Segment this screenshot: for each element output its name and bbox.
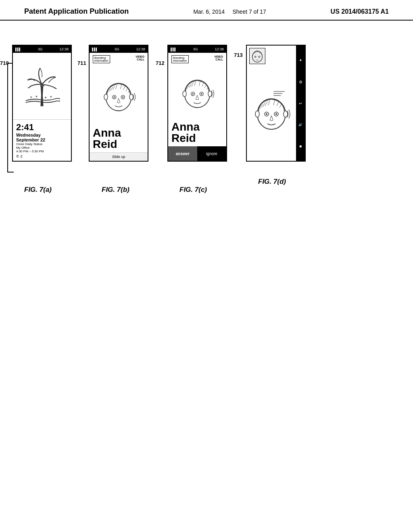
svg-point-18 xyxy=(122,96,124,98)
svg-point-32 xyxy=(192,93,194,95)
ref-712: 712 xyxy=(156,60,165,66)
side-icon-4[interactable]: 🔊 xyxy=(298,123,302,127)
fig-label-7b: FIG. 7(b) xyxy=(102,186,129,194)
lock-count: ✆ 2 xyxy=(16,154,68,158)
time-7b: 12:38 xyxy=(136,47,145,51)
svg-line-14 xyxy=(128,90,129,92)
phone-7c: ▌▌▌ 3G 12:38 Brandinginformation VIDEOCA… xyxy=(167,45,227,162)
answer-ignore-bar: answer ignore xyxy=(168,146,226,161)
slide-up-bar-7b[interactable]: Slide up xyxy=(90,152,148,161)
svg-line-29 xyxy=(206,87,208,89)
fig-7c-wrapper: ▌▌▌ 3G 12:38 Brandinginformation VIDEOCA… xyxy=(167,45,227,162)
fig-label-7d: FIG. 7(d) xyxy=(258,178,286,186)
svg-point-17 xyxy=(113,96,115,98)
time-7a: 12:38 xyxy=(59,47,69,51)
avatar-area-7c xyxy=(171,65,223,121)
svg-line-26 xyxy=(199,81,200,86)
pub-date: Mar. 6, 2014 xyxy=(193,8,225,15)
signal-7a: ▌▌▌ xyxy=(15,48,21,51)
lock-time: 2:41 xyxy=(16,122,68,133)
side-icon-5[interactable]: ■ xyxy=(299,144,302,148)
svg-point-1 xyxy=(42,84,44,86)
svg-line-10 xyxy=(116,85,117,89)
patent-number: US 2014/063175 A1 xyxy=(331,8,389,15)
answer-button[interactable]: answer xyxy=(168,146,197,161)
svg-line-27 xyxy=(202,83,204,87)
svg-point-59 xyxy=(284,111,288,117)
side-controls-7d: ✦ ⚙ ↩ 🔊 ■ xyxy=(296,46,305,161)
svg-line-23 xyxy=(189,84,191,88)
lock-info-7a: 2:41 Wednesday September 22 Close Daily … xyxy=(13,119,71,161)
svg-point-57 xyxy=(275,113,277,115)
svg-line-24 xyxy=(192,82,194,87)
svg-line-28 xyxy=(204,85,206,88)
ignore-button[interactable]: ignore xyxy=(197,146,226,161)
phone-7d: ✦ ⚙ ↩ 🔊 ■ xyxy=(246,45,306,162)
svg-point-34 xyxy=(183,91,186,97)
signal-7b: ▌▌▌ xyxy=(92,48,98,51)
phone-7b: ▌▌▌ 3G 12:38 Brandinginformation VIDEOCA… xyxy=(89,45,148,162)
signal-7c: ▌▌▌ xyxy=(171,48,176,51)
svg-point-4 xyxy=(45,97,46,98)
svg-line-49 xyxy=(265,101,267,106)
page-header: Patent Application Publication Mar. 6, 2… xyxy=(0,0,413,21)
svg-line-53 xyxy=(280,104,282,108)
network-7a: 3G xyxy=(38,47,43,51)
caller-first-name-7b: Anna xyxy=(93,127,144,139)
phone-7d-inner: ✦ ⚙ ↩ 🔊 ■ xyxy=(247,46,305,161)
status-bar-7c: ▌▌▌ 3G 12:38 xyxy=(168,46,226,53)
bracket-bottom-710 xyxy=(7,172,14,172)
side-icon-3[interactable]: ↩ xyxy=(299,101,302,106)
call-type-7b: VIDEOCALL xyxy=(136,55,144,61)
main-caller-avatar-7d xyxy=(251,93,292,133)
svg-line-11 xyxy=(121,85,122,89)
svg-point-2 xyxy=(30,96,32,98)
side-icon-1[interactable]: ✦ xyxy=(299,58,302,62)
svg-point-3 xyxy=(36,96,38,97)
video-call-active xyxy=(247,46,296,161)
wallpaper-7a xyxy=(13,53,71,119)
lock-event-time: 4:30 PM – 5:30 PM xyxy=(16,150,68,153)
phone-7a: ▌▌▌ 3G 12:38 xyxy=(12,45,72,162)
avatar-area-7b xyxy=(93,65,144,127)
fig-7a-wrapper: ▌▌▌ 3G 12:38 xyxy=(12,45,72,162)
palm-tree-illustration xyxy=(24,66,60,106)
self-view-avatar xyxy=(250,48,265,64)
caller-avatar-7c xyxy=(179,75,215,111)
svg-line-9 xyxy=(113,85,115,90)
network-7b: 3G xyxy=(115,47,119,51)
self-view-thumbnail xyxy=(249,48,265,64)
svg-point-0 xyxy=(40,85,42,87)
caller-last-name-7b: Reid xyxy=(93,139,144,150)
side-icon-2[interactable]: ⚙ xyxy=(299,80,302,84)
call-content-7c: Brandinginformation VIDEOCALL xyxy=(168,53,226,146)
lock-day: Wednesday xyxy=(16,133,68,137)
figures-container: 710 711 712 713 ▌▌▌ 3G 12:38 xyxy=(0,25,363,488)
status-bar-7b: ▌▌▌ 3G 12:38 xyxy=(90,46,148,53)
ref-713: 713 xyxy=(234,52,243,58)
fig-label-7a: FIG. 7(a) xyxy=(24,186,52,194)
svg-point-45 xyxy=(259,56,260,57)
branding-box-7b: Brandinginformation xyxy=(93,55,110,63)
svg-point-33 xyxy=(201,93,202,95)
call-type-7c: VIDEOCALL xyxy=(214,55,223,61)
svg-point-20 xyxy=(129,94,133,100)
status-bar-7a: ▌▌▌ 3G 12:38 xyxy=(13,46,71,53)
call-content-7b: Brandinginformation VIDEOCALL xyxy=(90,53,148,152)
publication-title: Patent Application Publication xyxy=(24,7,129,16)
caller-first-name-7c: Anna xyxy=(171,121,223,133)
time-7c: 12:38 xyxy=(215,47,224,51)
svg-line-52 xyxy=(277,102,279,106)
lock-event-location: My Office xyxy=(16,146,68,150)
svg-line-51 xyxy=(273,100,275,105)
lock-date: September 22 xyxy=(16,137,68,142)
sheet-info: Sheet 7 of 17 xyxy=(232,8,266,15)
caller-last-name-7c: Reid xyxy=(171,133,223,144)
svg-point-58 xyxy=(255,111,259,117)
svg-line-48 xyxy=(263,103,265,107)
lock-event-label: Close Daily Status xyxy=(16,142,68,146)
svg-point-44 xyxy=(255,56,256,57)
ref-711: 711 xyxy=(77,60,86,66)
publication-info: Mar. 6, 2014 Sheet 7 of 17 xyxy=(193,8,266,15)
svg-line-13 xyxy=(126,88,128,91)
